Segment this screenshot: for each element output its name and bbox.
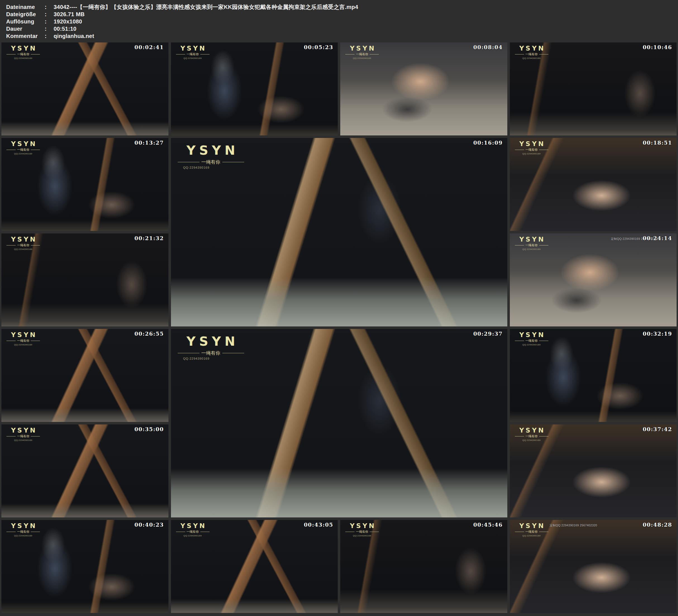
brand-qq: QQ:2294390169 — [6, 57, 40, 60]
brand-text: YSYN — [176, 45, 211, 52]
brand-text: YSYN — [6, 427, 42, 434]
video-thumbnail-large: YSYN 一绳有你 QQ:2294390169 00:16:09 — [171, 138, 507, 326]
video-thumbnail: YSYN 一绳有你 QQ:2294390169 00:18:51 — [510, 138, 677, 231]
brand-qq: QQ:2294390169 — [515, 439, 549, 441]
timestamp-overlay: 00:21:32 — [135, 235, 164, 241]
brand-text: YSYN — [515, 140, 550, 147]
timestamp-overlay: 00:26:55 — [135, 331, 164, 337]
brand-text: YSYN — [6, 140, 42, 147]
brand-text: YSYN — [6, 45, 42, 52]
ysyn-logo-watermark: YSYN 一绳有你 QQ:2294390169 — [178, 143, 244, 169]
meta-row-dauer: Dauer : 00:51:10 — [6, 25, 678, 32]
contact-watermark: 定制QQ:2294390169 2567402320 — [550, 524, 597, 528]
video-thumbnail: YSYN 一绳有你 QQ:2294390169 00:05:23 — [171, 42, 338, 136]
brand-subtitle: 一绳有你 — [6, 434, 40, 438]
ysyn-logo-watermark: YSYN 一绳有你 QQ:2294390169 — [176, 522, 210, 537]
brand-qq: QQ:2294390169 — [515, 535, 549, 537]
meta-label: Dateiname — [6, 3, 45, 11]
ysyn-logo-watermark: YSYN 一绳有你 QQ:2294390169 — [515, 427, 549, 441]
timestamp-overlay: 00:32:19 — [643, 331, 672, 337]
timestamp-overlay: 00:29:37 — [473, 331, 502, 337]
meta-separator: : — [45, 11, 53, 18]
meta-separator: : — [45, 3, 53, 11]
brand-subtitle: 一绳有你 — [6, 339, 40, 343]
brand-qq: QQ:2294390169 — [6, 439, 40, 441]
timestamp-overlay: 00:40:23 — [135, 522, 164, 528]
video-thumbnail: YSYN 一绳有你 QQ:2294390169 定制QQ:2294390169 … — [510, 233, 677, 326]
timestamp-overlay: 00:08:04 — [473, 44, 502, 50]
meta-value-comment: qinglanhua.net — [53, 32, 678, 40]
ysyn-logo-watermark: YSYN 一绳有你 QQ:2294390169 — [6, 427, 40, 441]
ysyn-logo-watermark: YSYN 一绳有你 QQ:2294390169 — [345, 522, 379, 537]
meta-separator: : — [45, 18, 53, 25]
brand-subtitle: 一绳有你 — [345, 530, 379, 534]
brand-subtitle: 一绳有你 — [6, 530, 40, 534]
timestamp-overlay: 00:43:05 — [304, 522, 333, 528]
video-thumbnail: YSYN 一绳有你 QQ:2294390169 00:43:05 — [171, 520, 338, 613]
meta-label: Dauer — [6, 25, 45, 32]
video-thumbnail: YSYN 一绳有你 QQ:2294390169 00:40:23 — [1, 520, 168, 613]
timestamp-overlay: 00:16:09 — [473, 140, 502, 146]
brand-text: YSYN — [515, 331, 550, 339]
brand-qq: QQ:2294390169 — [6, 152, 40, 155]
timestamp-overlay: 00:37:42 — [643, 426, 672, 432]
ysyn-logo-watermark: YSYN 一绳有你 QQ:2294390169 — [515, 45, 549, 60]
ysyn-logo-watermark: YSYN 一绳有你 QQ:2294390169 — [176, 45, 210, 60]
ysyn-logo-watermark: YSYN 一绳有你 QQ:2294390169 — [515, 140, 549, 155]
video-thumbnail: YSYN 一绳有你 QQ:2294390169 00:35:00 — [1, 424, 168, 517]
brand-subtitle: 一绳有你 — [6, 52, 40, 56]
brand-subtitle: 一绳有你 — [515, 148, 549, 152]
timestamp-overlay: 00:02:41 — [135, 44, 164, 50]
video-thumbnail: YSYN 一绳有你 QQ:2294390169 00:08:04 — [340, 42, 507, 136]
brand-text: YSYN — [345, 45, 380, 52]
brand-qq: QQ:2294390169 — [176, 535, 210, 537]
thumbnail-grid: YSYN 一绳有你 QQ:2294390169 00:02:41 YSYN 一绳… — [1, 42, 677, 613]
video-thumbnail: YSYN 一绳有你 QQ:2294390169 定制QQ:2294390169 … — [510, 520, 677, 613]
timestamp-overlay: 00:05:23 — [304, 44, 333, 50]
brand-qq: QQ:2294390169 — [515, 57, 549, 60]
timestamp-overlay: 00:18:51 — [643, 140, 672, 146]
brand-qq: QQ:2294390169 — [6, 343, 40, 346]
brand-text: YSYN — [6, 522, 42, 530]
brand-text: YSYN — [515, 522, 550, 530]
video-thumbnail: YSYN 一绳有你 QQ:2294390169 00:10:46 — [510, 42, 677, 136]
brand-text: YSYN — [345, 522, 380, 530]
brand-subtitle: 一绳有你 — [6, 243, 40, 247]
video-thumbnail-large: YSYN 一绳有你 QQ:2294390169 00:29:37 — [171, 329, 507, 517]
video-thumbnail: YSYN 一绳有你 QQ:2294390169 00:21:32 — [1, 233, 168, 326]
brand-qq: QQ:2294390169 — [178, 357, 244, 360]
timestamp-overlay: 00:10:46 — [643, 44, 672, 50]
brand-qq: QQ:2294390169 — [515, 248, 549, 251]
meta-label: Dateigröße — [6, 11, 45, 18]
meta-value-filesize: 3026.71 MB — [53, 11, 678, 18]
brand-qq: QQ:2294390169 — [6, 248, 40, 251]
meta-label: Kommentar — [6, 32, 45, 40]
meta-value-filename: 34042----【一绳有你】【女孩体验之乐】漂亮丰满性感女孩来到一家KK园体验… — [53, 3, 678, 11]
video-thumbnail: YSYN 一绳有你 QQ:2294390169 00:13:27 — [1, 138, 168, 231]
brand-qq: QQ:2294390169 — [178, 166, 244, 169]
video-contact-sheet: Dateiname : 34042----【一绳有你】【女孩体验之乐】漂亮丰满性… — [0, 0, 678, 616]
ysyn-logo-watermark: YSYN 一绳有你 QQ:2294390169 — [6, 45, 40, 60]
meta-separator: : — [45, 32, 53, 40]
timestamp-overlay: 00:45:46 — [473, 522, 502, 528]
brand-text: YSYN — [176, 522, 211, 530]
meta-row-dateigroesse: Dateigröße : 3026.71 MB — [6, 11, 678, 18]
brand-qq: QQ:2294390169 — [345, 57, 379, 60]
brand-qq: QQ:2294390169 — [515, 152, 549, 155]
brand-qq: QQ:2294390169 — [176, 57, 210, 60]
brand-subtitle: 一绳有你 — [176, 52, 210, 56]
brand-subtitle: 一绳有你 — [178, 159, 244, 165]
brand-subtitle: 一绳有你 — [515, 339, 549, 343]
meta-value-resolution: 1920x1080 — [53, 18, 678, 25]
video-thumbnail: YSYN 一绳有你 QQ:2294390169 00:45:46 — [340, 520, 507, 613]
brand-qq: QQ:2294390169 — [345, 535, 379, 537]
brand-text: YSYN — [515, 427, 550, 434]
meta-row-dateiname: Dateiname : 34042----【一绳有你】【女孩体验之乐】漂亮丰满性… — [6, 3, 678, 11]
brand-text: YSYN — [178, 143, 248, 158]
brand-subtitle: 一绳有你 — [515, 52, 549, 56]
video-thumbnail: YSYN 一绳有你 QQ:2294390169 00:37:42 — [510, 424, 677, 517]
brand-subtitle: 一绳有你 — [345, 52, 379, 56]
timestamp-overlay: 00:35:00 — [135, 426, 164, 432]
video-thumbnail: YSYN 一绳有你 QQ:2294390169 00:32:19 — [510, 329, 677, 422]
ysyn-logo-watermark: YSYN 一绳有你 QQ:2294390169 — [6, 522, 40, 537]
